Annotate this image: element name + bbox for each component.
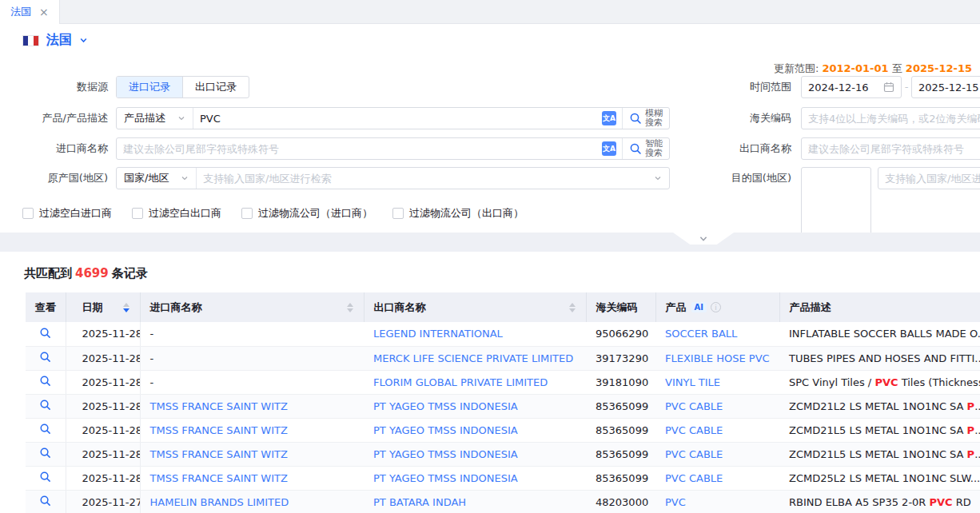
view-record-button[interactable] <box>26 399 66 411</box>
product-link[interactable]: PVC CABLE <box>665 448 723 460</box>
exporter-name-input[interactable] <box>802 143 980 155</box>
description-cell: ZCMD21L5 LS METAL 1NO1NC SA P... <box>779 418 980 442</box>
translate-icon[interactable]: 文A <box>602 111 616 125</box>
close-icon[interactable]: × <box>39 6 49 18</box>
date-start-input[interactable]: 2024-12-16 <box>801 76 902 98</box>
product-link[interactable]: SOCCER BALL <box>665 328 737 340</box>
search-icon <box>39 327 51 339</box>
exporter-link[interactable]: MERCK LIFE SCIENCE PRIVATE LIMITED <box>373 352 573 364</box>
smart-search-button[interactable]: 智能搜索 <box>622 138 669 159</box>
exporter-link[interactable]: PT YAGEO TMSS INDONESIA <box>373 448 518 460</box>
importer-link[interactable]: TMSS FRANCE SAINT WITZ <box>150 400 288 412</box>
exporter-cell: PT BATARA INDAH <box>364 490 586 513</box>
hs-code-input[interactable] <box>802 113 980 125</box>
records-table-body: 2025-11-28-LEGEND INTERNATIONAL95066290S… <box>26 322 980 513</box>
sort-control[interactable] <box>569 303 576 312</box>
exporter-link[interactable]: PT YAGEO TMSS INDONESIA <box>373 472 518 484</box>
chevron-down-icon <box>79 36 88 45</box>
checkbox-filter-blank-exporter[interactable]: 过滤空白出口商 <box>132 206 221 221</box>
view-cell <box>26 466 66 490</box>
sort-control[interactable] <box>123 303 129 312</box>
exporter-link[interactable]: LEGEND INTERNATIONAL <box>373 328 503 340</box>
info-icon[interactable]: i <box>711 302 721 312</box>
view-cell <box>26 418 66 442</box>
tab-export-records[interactable]: 出口记录 <box>182 77 249 97</box>
product-cell: PVC CABLE <box>655 442 779 466</box>
date-cell: 2025-11-28 <box>66 418 140 442</box>
importer-name-input[interactable] <box>117 143 596 155</box>
country-selector[interactable]: 法国 <box>22 32 88 49</box>
results-panel: 共匹配到4699条记录 查看 日期 进口商名称 <box>0 252 980 513</box>
exporter-link[interactable]: PT BATARA INDAH <box>373 496 466 508</box>
exporter-link[interactable]: PT YAGEO TMSS INDONESIA <box>373 400 518 412</box>
view-record-button[interactable] <box>26 423 66 435</box>
origin-country-input[interactable] <box>197 173 654 185</box>
view-cell <box>26 394 66 418</box>
importer-link[interactable]: HAMELIN BRANDS LIMITED <box>150 496 289 508</box>
checkbox-icon[interactable] <box>392 208 404 219</box>
view-record-button[interactable] <box>26 351 66 363</box>
exporter-name-field <box>801 137 980 160</box>
hs-code-cell: 48203000 <box>586 490 655 513</box>
tab-title: 法国 <box>10 5 31 19</box>
view-cell <box>26 442 66 466</box>
importer-cell: TMSS FRANCE SAINT WITZ <box>140 394 364 418</box>
data-source-label: 数据源 <box>0 76 108 98</box>
view-record-button[interactable] <box>26 495 66 507</box>
importer-link[interactable]: TMSS FRANCE SAINT WITZ <box>150 472 288 484</box>
date-end-input[interactable]: 2025-12-15 <box>911 76 980 98</box>
product-link[interactable]: PVC CABLE <box>665 424 723 436</box>
product-link[interactable]: PVC CABLE <box>665 472 723 484</box>
importer-link[interactable]: TMSS FRANCE SAINT WITZ <box>150 424 288 436</box>
calendar-icon <box>883 82 894 93</box>
column-header-view: 查看 <box>26 292 66 322</box>
view-record-button[interactable] <box>26 471 66 483</box>
collapse-filters-handle[interactable] <box>673 233 734 245</box>
view-record-button[interactable] <box>26 375 66 387</box>
sort-control[interactable] <box>347 303 353 312</box>
panel-divider <box>0 233 980 252</box>
product-link[interactable]: FLEXIBLE HOSE PVC <box>665 352 770 364</box>
product-link[interactable]: PVC <box>665 496 686 508</box>
exporter-name-label: 出口商名称 <box>702 137 791 160</box>
view-record-button[interactable] <box>26 447 66 459</box>
tab-import-records[interactable]: 进口记录 <box>117 77 182 97</box>
column-header-exporter[interactable]: 出口商名称 <box>364 292 586 322</box>
translate-icon[interactable]: 文A <box>602 141 616 156</box>
importer-input-group: 文A 智能搜索 <box>116 137 670 160</box>
view-record-button[interactable] <box>26 327 66 339</box>
destination-country-input[interactable] <box>878 173 980 185</box>
destination-country-field <box>878 167 980 189</box>
product-type-select[interactable]: 产品描述 <box>117 108 193 129</box>
table-row: 2025-11-28-LEGEND INTERNATIONAL95066290S… <box>26 322 980 346</box>
checkbox-filter-logistics-importer[interactable]: 过滤物流公司（进口商） <box>241 206 372 221</box>
origin-country-select[interactable]: 国家/地区 <box>117 168 197 189</box>
date-cell: 2025-11-28 <box>66 466 140 490</box>
exporter-link[interactable]: PT YAGEO TMSS INDONESIA <box>373 424 518 436</box>
column-header-date[interactable]: 日期 <box>66 292 140 322</box>
column-header-importer[interactable]: 进口商名称 <box>140 292 364 322</box>
checkbox-filter-logistics-exporter[interactable]: 过滤物流公司（出口商） <box>392 206 524 221</box>
checkbox-icon[interactable] <box>132 208 143 219</box>
product-search-input[interactable] <box>193 113 596 125</box>
results-count: 4699 <box>72 266 112 280</box>
product-link[interactable]: VINYL TILE <box>665 376 720 388</box>
importer-link[interactable]: TMSS FRANCE SAINT WITZ <box>150 448 288 460</box>
checkbox-icon[interactable] <box>241 208 253 219</box>
hs-code-cell: 95066290 <box>586 322 655 346</box>
checkbox-icon[interactable] <box>22 208 34 219</box>
fuzzy-search-button[interactable]: 模糊搜索 <box>622 108 669 129</box>
hs-code-field <box>801 107 980 129</box>
results-summary: 共匹配到4699条记录 <box>24 266 148 281</box>
description-cell: ZCMD21L2 LS METAL 1NO1NC SA P... <box>779 394 980 418</box>
product-cell: SOCCER BALL <box>655 322 779 346</box>
date-cell: 2025-11-28 <box>66 370 140 394</box>
tab-france[interactable]: 法国 × <box>0 0 60 24</box>
chevron-down-icon <box>181 174 189 182</box>
product-link[interactable]: PVC CABLE <box>665 400 723 412</box>
hs-code-cell: 39181090 <box>586 370 655 394</box>
date-range-separator: - <box>902 76 911 98</box>
checkbox-filter-blank-importer[interactable]: 过滤空白进口商 <box>22 206 112 221</box>
table-row: 2025-11-28TMSS FRANCE SAINT WITZPT YAGEO… <box>26 442 980 466</box>
exporter-link[interactable]: FLORIM GLOBAL PRIVATE LIMITED <box>373 376 548 388</box>
